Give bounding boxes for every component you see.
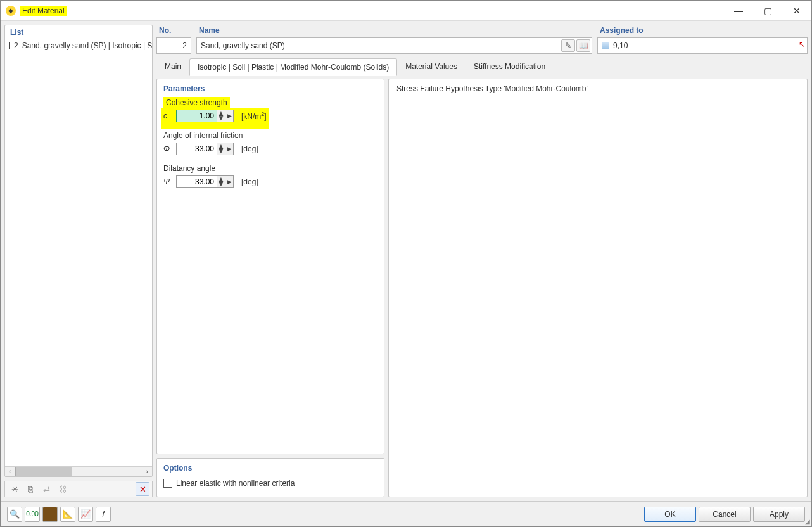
dilatancy-row: Ψ ▲▼ ▶ [deg] (163, 174, 377, 194)
chain-button: ⛓ (55, 482, 69, 496)
parameters-title: Parameters (163, 82, 377, 97)
tab-stiffness-modification[interactable]: Stiffness Modification (466, 58, 554, 75)
list-panel: List 2 Sand, gravelly sand (SP) | Isotro… (4, 25, 153, 477)
pick-selection-button[interactable]: ↖ (799, 40, 805, 49)
dilatancy-spinner[interactable]: ▲▼ (217, 175, 225, 188)
list-header: List (5, 25, 152, 39)
options-title: Options (163, 461, 377, 476)
units-button[interactable]: 0.00 (25, 507, 40, 522)
copy-item-button[interactable]: ⎘ (23, 482, 37, 496)
list-toolbar: ✳ ⎘ ⇄ ⛓ ✕ (4, 481, 153, 497)
function-button[interactable]: f (96, 507, 111, 522)
assigned-input[interactable]: 9,10 ↖ (597, 37, 808, 54)
color-button[interactable] (42, 507, 58, 522)
cohesive-symbol: c (163, 111, 172, 120)
linear-elastic-label: Linear elastic with nonlinear criteria (176, 479, 295, 488)
no-input[interactable]: 2 (156, 37, 191, 54)
list-item[interactable]: 2 Sand, gravelly sand (SP) | Isotropic |… (9, 41, 148, 51)
library-button[interactable]: 📖 (576, 39, 590, 52)
info-panel: Stress Failure Hypothesis Type 'Modified… (388, 79, 808, 497)
maximize-button[interactable]: ▢ (753, 1, 782, 21)
close-button[interactable]: ✕ (782, 1, 811, 21)
cohesive-spinner[interactable]: ▲▼ (217, 110, 225, 122)
dialog-window: ◆ Edit Material — ▢ ✕ List 2 Sand, grave… (0, 0, 812, 527)
delete-item-button[interactable]: ✕ (136, 482, 149, 496)
tab-material-values[interactable]: Material Values (397, 58, 466, 75)
edit-name-button[interactable]: ✎ (561, 39, 575, 52)
dilatancy-title: Dilatancy angle (163, 162, 377, 174)
friction-title: Angle of internal friction (163, 129, 377, 141)
cancel-button[interactable]: Cancel (699, 507, 751, 522)
cohesive-row: c ▲▼ ▶ [kN/m2] (161, 108, 269, 129)
friction-more-button[interactable]: ▶ (225, 143, 234, 155)
scroll-thumb[interactable] (15, 467, 72, 477)
linear-elastic-row[interactable]: Linear elastic with nonlinear criteria (163, 476, 377, 490)
ok-button[interactable]: OK (644, 507, 696, 522)
parameters-panel: Parameters Cohesive strength c ▲▼ ▶ [kN/… (156, 79, 384, 454)
friction-unit: [deg] (238, 144, 258, 153)
friction-input[interactable] (176, 143, 217, 155)
window-title: Edit Material (20, 6, 67, 16)
tab-bar: Main Isotropic | Soil | Plastic | Modifi… (156, 58, 808, 75)
tab-main[interactable]: Main (156, 58, 189, 75)
header-row: No. 2 Name Sand, gravelly sand (SP) ✎ 📖 (156, 25, 808, 54)
linear-elastic-checkbox[interactable] (163, 479, 172, 488)
info-text: Stress Failure Hypothesis Type 'Modified… (396, 84, 799, 93)
export-button[interactable]: 📐 (60, 507, 75, 522)
material-swatch-icon (9, 42, 10, 49)
list-item-number: 2 (14, 41, 18, 50)
horizontal-scrollbar[interactable]: ‹ › (5, 466, 152, 476)
scroll-left-icon[interactable]: ‹ (5, 467, 15, 477)
friction-symbol: Φ (163, 144, 172, 153)
friction-spinner[interactable]: ▲▼ (217, 143, 225, 155)
tab-isotropic[interactable]: Isotropic | Soil | Plastic | Modified Mo… (189, 58, 397, 76)
new-item-button[interactable]: ✳ (8, 482, 22, 496)
friction-row: Φ ▲▼ ▶ [deg] (163, 141, 377, 162)
titlebar: ◆ Edit Material — ▢ ✕ (1, 1, 811, 21)
graph-button[interactable]: 📈 (78, 507, 93, 522)
help-button[interactable]: 🔍 (7, 507, 22, 522)
assigned-label: Assigned to (597, 25, 808, 37)
options-panel: Options Linear elastic with nonlinear cr… (156, 458, 384, 497)
dilatancy-input[interactable] (176, 175, 217, 188)
link-button: ⇄ (39, 482, 53, 496)
list-item-label: Sand, gravelly sand (SP) | Isotropic | S (22, 41, 152, 50)
cohesive-input[interactable] (176, 110, 217, 122)
solid-icon (602, 42, 609, 49)
scroll-right-icon[interactable]: › (142, 467, 152, 477)
name-input[interactable]: Sand, gravelly sand (SP) ✎ 📖 (196, 37, 592, 54)
list-body[interactable]: 2 Sand, gravelly sand (SP) | Isotropic |… (5, 39, 152, 466)
footer: 🔍 0.00 📐 📈 f OK Cancel Apply (1, 501, 811, 526)
cohesive-more-button[interactable]: ▶ (225, 110, 234, 122)
no-label: No. (156, 25, 191, 37)
minimize-button[interactable]: — (724, 1, 753, 21)
apply-button[interactable]: Apply (753, 507, 805, 522)
dilatancy-more-button[interactable]: ▶ (225, 175, 234, 188)
cohesive-title: Cohesive strength (163, 97, 230, 108)
assigned-value: 9,10 (613, 41, 628, 50)
cohesive-unit: [kN/m2] (238, 111, 267, 121)
dilatancy-symbol: Ψ (163, 177, 172, 186)
name-label: Name (196, 25, 592, 37)
app-icon: ◆ (6, 6, 16, 16)
name-value: Sand, gravelly sand (SP) (201, 41, 285, 50)
no-value: 2 (182, 41, 187, 50)
dilatancy-unit: [deg] (238, 177, 258, 186)
